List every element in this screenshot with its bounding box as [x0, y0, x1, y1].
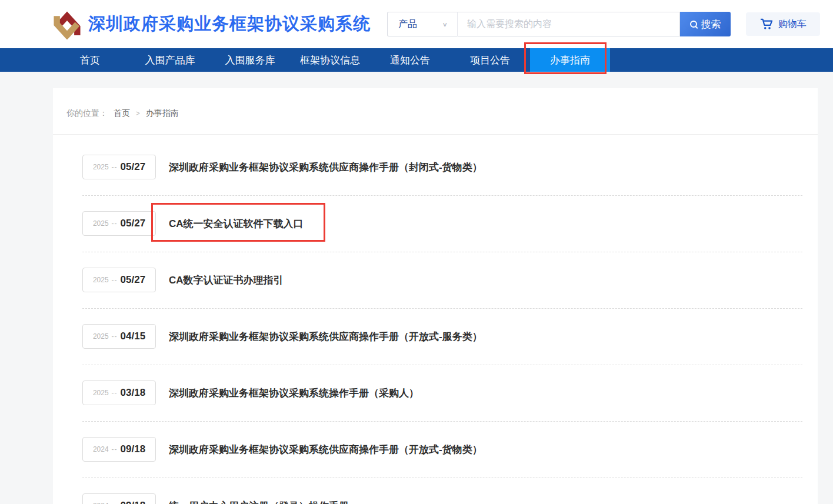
cart-icon: [760, 18, 773, 30]
document-link[interactable]: CA数字认证证书办理指引: [169, 273, 284, 287]
content-card: 你的位置： 首页 > 办事指南 2025 -- 05/27 深圳政府采购业务框架…: [53, 88, 818, 504]
list-item[interactable]: 2025 -- 04/15 深圳政府采购业务框架协议采购系统供应商操作手册（开放…: [82, 309, 802, 365]
breadcrumb: 你的位置： 首页 > 办事指南: [53, 88, 818, 135]
breadcrumb-separator: >: [136, 109, 140, 118]
nav-item-home[interactable]: 首页: [50, 48, 130, 72]
search-category-value: 产品: [398, 18, 417, 31]
site-logo-icon: [52, 9, 82, 39]
list-item[interactable]: 2024 -- 09/18 统一用户中心用户注册（登录）操作手册: [82, 478, 802, 504]
date-year: 2024: [93, 445, 109, 453]
list-item[interactable]: 2024 -- 09/18 深圳政府采购业务框架协议采购系统供应商操作手册（开放…: [82, 422, 802, 478]
date-value: 09/18: [121, 500, 146, 504]
nav-item-product-library[interactable]: 入围产品库: [130, 48, 210, 72]
date-value: 05/27: [121, 161, 146, 173]
date-separator: --: [112, 276, 118, 284]
date-badge: 2025 -- 03/18: [82, 380, 156, 405]
search-input[interactable]: [458, 12, 680, 36]
breadcrumb-home-link[interactable]: 首页: [114, 108, 130, 118]
date-value: 09/18: [121, 443, 146, 455]
date-year: 2025: [93, 163, 109, 171]
search-button[interactable]: 搜索: [680, 12, 731, 36]
search-button-label: 搜索: [701, 18, 721, 31]
search-icon: [690, 21, 697, 28]
list-item[interactable]: 2025 -- 05/27 CA统一安全认证软件下载入口: [82, 196, 802, 252]
date-badge: 2025 -- 05/27: [82, 155, 156, 179]
page-header: 深圳政府采购业务框架协议采购系统 产品 ∨ 搜索 购物车: [0, 0, 833, 48]
document-link[interactable]: 深圳政府采购业务框架协议采购系统供应商操作手册（开放式-货物类）: [169, 443, 482, 456]
date-badge: 2025 -- 05/27: [82, 211, 156, 236]
date-badge: 2025 -- 04/15: [82, 324, 156, 349]
document-link[interactable]: 深圳政府采购业务框架协议采购系统供应商操作手册（封闭式-货物类）: [169, 161, 482, 174]
nav-item-notices[interactable]: 通知公告: [370, 48, 450, 72]
nav-item-project-announcements[interactable]: 项目公告: [450, 48, 530, 72]
date-year: 2024: [93, 502, 109, 504]
cart-label: 购物车: [778, 18, 807, 31]
list-item[interactable]: 2025 -- 05/27 CA数字认证证书办理指引: [82, 252, 802, 309]
date-value: 05/27: [121, 274, 146, 286]
date-badge: 2024 -- 09/18: [82, 437, 156, 462]
document-link[interactable]: 深圳政府采购业务框架协议采购系统操作手册（采购人）: [169, 386, 419, 400]
chevron-down-icon: ∨: [442, 21, 448, 28]
search-category-select[interactable]: 产品 ∨: [387, 12, 458, 36]
cart-button[interactable]: 购物车: [746, 12, 820, 36]
breadcrumb-prefix: 你的位置：: [66, 108, 108, 118]
site-title: 深圳政府采购业务框架协议采购系统: [88, 12, 371, 36]
search-bar: 产品 ∨ 搜索: [387, 12, 731, 36]
list-item[interactable]: 2025 -- 05/27 深圳政府采购业务框架协议采购系统供应商操作手册（封闭…: [82, 139, 802, 196]
date-year: 2025: [93, 389, 109, 397]
date-year: 2025: [93, 276, 109, 284]
date-year: 2025: [93, 219, 109, 228]
date-value: 04/15: [121, 331, 146, 342]
main-nav: 首页 入围产品库 入围服务库 框架协议信息 通知公告 项目公告 办事指南: [0, 48, 833, 72]
date-value: 05/27: [121, 218, 146, 229]
document-list: 2025 -- 05/27 深圳政府采购业务框架协议采购系统供应商操作手册（封闭…: [53, 135, 818, 504]
date-year: 2025: [93, 332, 109, 341]
date-value: 03/18: [121, 387, 146, 399]
date-separator: --: [112, 502, 118, 504]
list-item[interactable]: 2025 -- 03/18 深圳政府采购业务框架协议采购系统操作手册（采购人）: [82, 365, 802, 422]
date-separator: --: [112, 163, 118, 171]
document-link[interactable]: CA统一安全认证软件下载入口: [169, 217, 304, 231]
breadcrumb-current: 办事指南: [146, 108, 179, 118]
date-separator: --: [112, 219, 118, 228]
nav-item-service-guide[interactable]: 办事指南: [530, 48, 610, 72]
nav-item-service-library[interactable]: 入围服务库: [210, 48, 290, 72]
date-separator: --: [112, 445, 118, 453]
document-link[interactable]: 统一用户中心用户注册（登录）操作手册: [169, 499, 349, 504]
document-link[interactable]: 深圳政府采购业务框架协议采购系统供应商操作手册（开放式-服务类）: [169, 330, 482, 343]
nav-item-framework-info[interactable]: 框架协议信息: [290, 48, 370, 72]
date-separator: --: [112, 332, 118, 341]
date-badge: 2024 -- 09/18: [82, 493, 156, 504]
date-separator: --: [112, 389, 118, 397]
date-badge: 2025 -- 05/27: [82, 268, 156, 292]
